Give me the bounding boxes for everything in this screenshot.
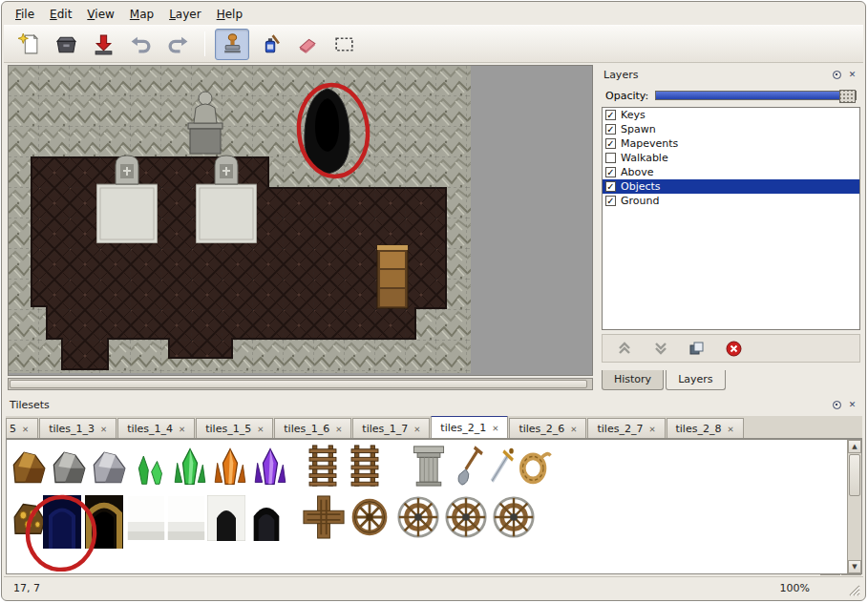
tab-close-icon[interactable]: ✕ (413, 425, 420, 434)
tile-arch-white[interactable] (207, 495, 245, 541)
menu-bar: FileEditViewMapLayerHelp (4, 4, 863, 25)
tileset-vertical-scrollbar[interactable]: ▲ ▼ (847, 440, 861, 573)
tile-turntable[interactable] (495, 498, 533, 536)
menu-map[interactable]: Map (122, 6, 161, 23)
float-panel-icon[interactable] (831, 69, 843, 81)
layer-label: Keys (621, 109, 646, 121)
save-icon (92, 32, 116, 56)
scroll-up-icon[interactable]: ▲ (848, 440, 861, 453)
layer-label: Objects (621, 180, 661, 193)
layer-visibility-checkbox[interactable]: ✓ (605, 196, 616, 206)
layer-row-ground[interactable]: ✓Ground (603, 194, 859, 208)
close-panel-icon[interactable]: ✕ (846, 69, 858, 81)
undo-button[interactable] (123, 29, 158, 60)
layer-row-walkable[interactable]: Walkable (603, 151, 859, 165)
duplicate-layer-button[interactable] (687, 339, 708, 358)
tileset-canvas[interactable] (7, 440, 845, 572)
delete-layer-button[interactable] (723, 339, 744, 358)
float-panel-icon[interactable] (831, 399, 843, 411)
tilesets-panel: Tilesets ✕ 5✕tiles_1_3✕tiles_1_4✕tiles_1… (6, 395, 862, 576)
layer-row-mapevents[interactable]: ✓Mapevents (603, 136, 859, 151)
menu-edit[interactable]: Edit (42, 6, 79, 23)
new-file-icon (17, 32, 41, 56)
close-panel-icon[interactable]: ✕ (846, 399, 858, 411)
layer-row-keys[interactable]: ✓Keys (603, 108, 859, 122)
tab-close-icon[interactable]: ✕ (727, 425, 733, 434)
tile-turntable[interactable] (447, 498, 485, 536)
tileset-tab-tiles_2_6[interactable]: tiles_2_6✕ (509, 418, 586, 438)
tileset-tab-5[interactable]: 5✕ (6, 418, 38, 438)
tileset-tab-tiles_1_7[interactable]: tiles_1_7✕ (352, 418, 430, 438)
redo-button[interactable] (160, 29, 195, 60)
tab-close-icon[interactable]: ✕ (257, 425, 264, 434)
tileset-tab-tiles_1_5[interactable]: tiles_1_5✕ (196, 418, 273, 438)
tile-arch-black[interactable] (254, 508, 280, 541)
eraser-tool-button[interactable] (289, 29, 324, 60)
tab-label: tiles_2_8 (676, 423, 722, 435)
tileset-tab-tiles_2_1[interactable]: tiles_2_1✕ (431, 416, 508, 438)
tileset-tab-tiles_1_3[interactable]: tiles_1_3✕ (39, 418, 116, 438)
fill-tool-button[interactable] (252, 29, 286, 60)
lower-layer-button[interactable] (650, 339, 671, 358)
tile-door-navy[interactable] (43, 495, 81, 549)
tab-close-icon[interactable]: ✕ (179, 425, 185, 434)
map-canvas[interactable] (9, 66, 471, 373)
layer-visibility-checkbox[interactable]: ✓ (605, 110, 616, 120)
save-button[interactable] (86, 29, 120, 60)
opacity-slider-handle[interactable] (839, 90, 856, 103)
status-bar: 17, 7 100% (4, 576, 863, 599)
panel-tab-layers[interactable]: Layers (666, 370, 725, 390)
toolbar (4, 25, 863, 63)
tab-label: tiles_1_4 (127, 423, 173, 435)
copy-layer-icon (688, 341, 706, 356)
map-horizontal-scrollbar[interactable] (8, 378, 593, 390)
tile-fade-white[interactable] (168, 496, 204, 540)
tab-close-icon[interactable]: ✕ (648, 425, 655, 434)
layers-panel-title: Layers (603, 69, 638, 81)
opacity-label: Opacity: (605, 90, 648, 102)
tileset-tab-tiles_2_7[interactable]: tiles_2_7✕ (587, 418, 665, 438)
layer-visibility-checkbox[interactable] (605, 153, 616, 163)
fill-tool-icon (258, 32, 282, 56)
resize-grip[interactable] (848, 584, 860, 596)
tileset-tab-tiles_1_4[interactable]: tiles_1_4✕ (117, 418, 195, 438)
tab-label: tiles_2_6 (519, 423, 564, 435)
stamp-tool-button[interactable] (215, 29, 249, 60)
opacity-slider-fill (656, 92, 843, 99)
tab-close-icon[interactable]: ✕ (492, 424, 498, 433)
menu-help[interactable]: Help (209, 6, 250, 23)
tab-close-icon[interactable]: ✕ (100, 425, 107, 434)
selection-tool-button[interactable] (327, 29, 361, 60)
layer-visibility-checkbox[interactable]: ✓ (605, 124, 616, 135)
tileset-tab-tiles_1_6[interactable]: tiles_1_6✕ (274, 418, 351, 438)
tab-label: tiles_2_7 (597, 423, 643, 435)
layer-row-objects[interactable]: ✓Objects (603, 179, 859, 194)
tile-turntable[interactable] (399, 498, 437, 536)
menu-layer[interactable]: Layer (161, 6, 208, 23)
layer-row-spawn[interactable]: ✓Spawn (603, 122, 859, 136)
layer-label: Ground (621, 195, 659, 207)
panel-tab-history[interactable]: History (602, 370, 664, 390)
tileset-tab-bar: 5✕tiles_1_3✕tiles_1_4✕tiles_1_5✕tiles_1_… (6, 416, 862, 439)
tab-close-icon[interactable]: ✕ (335, 425, 342, 434)
menu-view[interactable]: View (79, 6, 121, 23)
scroll-down-icon[interactable]: ▼ (848, 560, 861, 573)
opacity-slider[interactable] (655, 91, 857, 100)
tile-track-wheel[interactable] (354, 502, 384, 533)
raise-layer-button[interactable] (614, 339, 635, 358)
tile-door-goldframe[interactable] (85, 495, 123, 549)
layer-visibility-checkbox[interactable]: ✓ (605, 167, 616, 177)
layer-visibility-checkbox[interactable]: ✓ (605, 138, 616, 149)
tab-close-icon[interactable]: ✕ (22, 425, 29, 434)
menu-file[interactable]: File (8, 6, 42, 23)
layer-row-above[interactable]: ✓Above (603, 165, 859, 179)
new-map-button[interactable] (11, 29, 46, 60)
scrollbar-thumb[interactable] (849, 454, 860, 496)
tab-close-icon[interactable]: ✕ (570, 425, 577, 434)
open-button[interactable] (49, 29, 83, 60)
layer-visibility-checkbox[interactable]: ✓ (605, 181, 616, 192)
tileset-tab-tiles_2_8[interactable]: tiles_2_8✕ (667, 418, 744, 438)
scrollbar-thumb[interactable] (10, 380, 587, 388)
tile-fade-white[interactable] (128, 496, 164, 540)
app-window: FileEditViewMapLayerHelp (1, 1, 866, 601)
